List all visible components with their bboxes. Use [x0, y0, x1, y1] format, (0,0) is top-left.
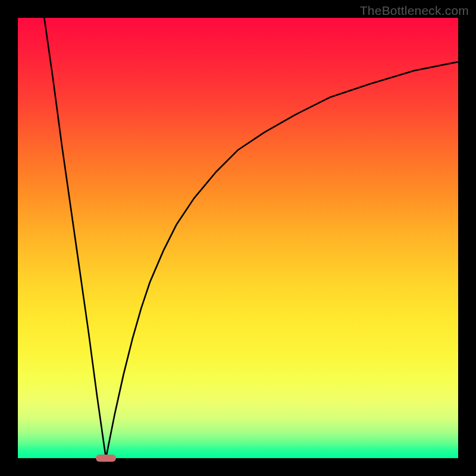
- curve-right-branch: [106, 62, 458, 458]
- curve-svg: [18, 18, 458, 458]
- minimum-marker: [96, 455, 116, 462]
- plot-area: [18, 18, 458, 458]
- chart-frame: TheBottleneck.com: [0, 0, 476, 476]
- watermark-text: TheBottleneck.com: [360, 4, 469, 18]
- curve-left-branch: [44, 18, 106, 458]
